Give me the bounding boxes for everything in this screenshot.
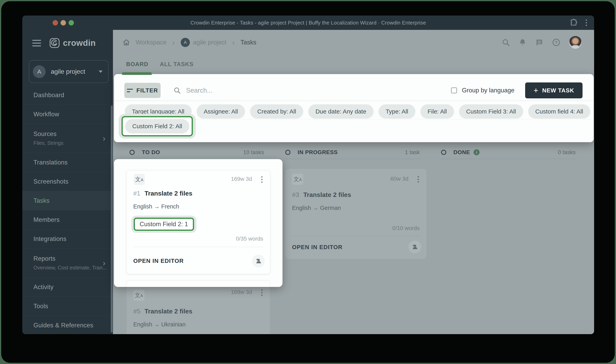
filter-icon bbox=[127, 89, 133, 92]
status-circle-icon bbox=[285, 150, 291, 155]
main-content: Workspace › A agile project › Tasks bbox=[113, 30, 594, 334]
column-header-done: DONE i 0 tasks bbox=[441, 147, 576, 158]
chevron-right-icon: › bbox=[173, 39, 175, 46]
filter-chip-due-date[interactable]: Due date: Any date bbox=[308, 104, 373, 119]
crowdin-logo[interactable]: crowdin bbox=[49, 38, 96, 48]
task-title: Translate 2 files bbox=[145, 190, 192, 197]
task-type-icon: 文A bbox=[134, 174, 145, 185]
messages-icon[interactable] bbox=[535, 38, 544, 47]
breadcrumb: Workspace › A agile project › Tasks bbox=[122, 36, 256, 49]
browser-menu-icon[interactable] bbox=[586, 22, 587, 23]
notifications-bell-icon[interactable] bbox=[518, 38, 527, 47]
task-number: #1 bbox=[133, 190, 140, 197]
highlight-ring: Custom Field 2: All bbox=[121, 116, 193, 136]
kebab-menu-icon[interactable] bbox=[415, 175, 421, 183]
kebab-menu-icon[interactable] bbox=[259, 175, 265, 183]
sidebar-item-members[interactable]: Members bbox=[22, 210, 113, 229]
active-tab-underline bbox=[122, 72, 152, 75]
breadcrumb-project[interactable]: agile project bbox=[193, 39, 226, 46]
breadcrumb-project-avatar: A bbox=[181, 38, 190, 47]
task-age: 169w 3d bbox=[231, 289, 252, 295]
filter-chip-file[interactable]: File: All bbox=[420, 104, 454, 119]
task-card-3[interactable]: 文A 60w 3d #3 Translate 2 files English →… bbox=[285, 169, 426, 259]
search-icon[interactable] bbox=[502, 38, 510, 47]
search-field-icon bbox=[173, 87, 181, 94]
help-icon[interactable]: ? bbox=[552, 38, 561, 47]
assign-user-button[interactable] bbox=[408, 241, 421, 253]
zoom-window-button[interactable] bbox=[68, 20, 74, 26]
kebab-menu-icon[interactable] bbox=[259, 288, 265, 297]
sidebar-item-integrations[interactable]: Integrations bbox=[22, 229, 113, 248]
group-by-language-label: Group by language bbox=[462, 87, 514, 94]
sidebar-item-workflow[interactable]: Workflow bbox=[22, 104, 113, 124]
window-title: Crowdin Enterprise - Tasks - agile proje… bbox=[22, 20, 594, 26]
filter-panel: FILTER Group by language + NEW TASK bbox=[114, 74, 594, 142]
filter-chip-custom-field-2[interactable]: Custom Field 2: All bbox=[125, 119, 189, 133]
tab-board[interactable]: BOARD bbox=[126, 61, 148, 67]
column-divider bbox=[285, 159, 420, 159]
task-title: Translate 2 files bbox=[303, 191, 351, 198]
group-by-language-checkbox[interactable] bbox=[451, 87, 457, 93]
minimize-window-button[interactable] bbox=[61, 20, 66, 26]
sidebar-item-tasks[interactable]: Tasks bbox=[22, 191, 113, 210]
sidebar-item-activity[interactable]: Activity bbox=[22, 277, 113, 297]
add-person-icon bbox=[411, 244, 418, 250]
task-number: #5 bbox=[133, 308, 140, 315]
user-avatar[interactable] bbox=[569, 36, 582, 49]
tab-all-tasks[interactable]: ALL TASKS bbox=[160, 61, 193, 67]
task-languages: English → German bbox=[292, 205, 341, 211]
sidebar: crowdin A agile project Dashboard Workfl… bbox=[22, 30, 113, 334]
task-custom-field-badge[interactable]: Custom Field 2: 1 bbox=[134, 218, 194, 231]
column-count: 0 tasks bbox=[558, 149, 576, 156]
extensions-icon[interactable] bbox=[569, 18, 578, 27]
column-header-todo: TO DO 10 tasks bbox=[130, 147, 264, 158]
filter-chip-type[interactable]: Type: All bbox=[378, 104, 415, 119]
sidebar-item-translations[interactable]: Translations bbox=[22, 153, 113, 172]
filter-chip-created-by[interactable]: Created by: All bbox=[250, 104, 303, 119]
task-card-5[interactable]: 文A 169w 3d #5 Translate 2 files English … bbox=[126, 287, 270, 334]
sidebar-item-sources[interactable]: Sources Files, Strings › bbox=[22, 124, 113, 153]
sidebar-menu: Dashboard Workflow Sources Files, String… bbox=[22, 85, 113, 334]
task-card-5-top bbox=[126, 281, 270, 287]
sidebar-scrollbar[interactable] bbox=[111, 105, 113, 333]
column-divider bbox=[441, 159, 576, 159]
project-name: agile project bbox=[51, 68, 85, 75]
sidebar-item-dashboard[interactable]: Dashboard bbox=[22, 85, 113, 104]
open-in-editor-link[interactable]: OPEN IN EDITOR bbox=[133, 258, 184, 264]
task-title: Translate 2 files bbox=[145, 308, 192, 315]
task-languages: English → Ukrainian bbox=[133, 321, 186, 328]
chevron-right-icon: › bbox=[103, 259, 105, 267]
plus-icon: + bbox=[534, 86, 538, 94]
filter-chip-custom-field-3[interactable]: Custom Field 3: All bbox=[459, 104, 523, 119]
open-in-editor-link[interactable]: OPEN IN EDITOR bbox=[292, 244, 342, 250]
assign-user-button[interactable] bbox=[252, 255, 265, 267]
hamburger-menu-icon[interactable] bbox=[32, 40, 41, 46]
card-divider bbox=[133, 247, 263, 247]
highlight-halo: Custom Field 2: 1 bbox=[131, 216, 196, 233]
sidebar-item-guides[interactable]: Guides & References bbox=[22, 316, 113, 334]
sidebar-item-tools[interactable]: Tools bbox=[22, 297, 113, 316]
project-selector[interactable]: A agile project bbox=[29, 60, 108, 83]
view-tabs: BOARD ALL TASKS bbox=[126, 61, 193, 67]
column-count: 1 task bbox=[405, 149, 420, 156]
sidebar-item-screenshots[interactable]: Screenshots bbox=[22, 172, 113, 191]
crowdin-logo-icon bbox=[49, 38, 60, 48]
filter-chip-custom-field-4[interactable]: Custom field 4: All bbox=[528, 104, 590, 119]
new-task-button[interactable]: + NEW TASK bbox=[525, 82, 583, 98]
group-by-language-toggle[interactable]: Group by language bbox=[451, 87, 514, 94]
task-number: #3 bbox=[292, 191, 299, 198]
task-card-1[interactable]: 文A 169w 3d #1 Translate 2 files English … bbox=[126, 170, 270, 274]
filter-chip-assignee[interactable]: Assignee: All bbox=[197, 104, 245, 119]
info-icon[interactable]: i bbox=[474, 149, 480, 155]
project-avatar: A bbox=[33, 65, 46, 78]
close-window-button[interactable] bbox=[53, 20, 58, 26]
breadcrumb-workspace[interactable]: Workspace bbox=[136, 39, 167, 46]
panel-divider bbox=[114, 101, 594, 101]
home-icon[interactable] bbox=[122, 39, 130, 46]
column-header-in-progress: IN PROGRESS 1 task bbox=[285, 147, 420, 158]
column-count: 10 tasks bbox=[243, 149, 264, 156]
sidebar-item-reports[interactable]: Reports Overview, Cost estimate, Tran...… bbox=[22, 248, 113, 277]
filter-button[interactable]: FILTER bbox=[124, 83, 161, 98]
search-input[interactable] bbox=[186, 87, 314, 94]
caret-down-icon bbox=[99, 70, 103, 73]
